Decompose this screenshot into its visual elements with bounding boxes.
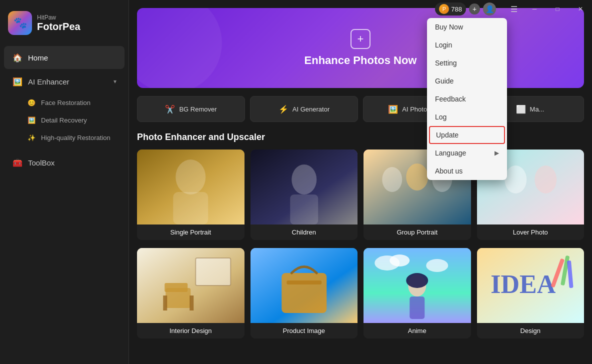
children-image	[250, 150, 358, 224]
sidebar-item-toolbox[interactable]: 🧰 ToolBox	[4, 151, 124, 174]
toolbox-icon: 🧰	[12, 157, 23, 168]
buy-now-label: Buy Now	[435, 23, 463, 31]
svg-text:IDEA: IDEA	[490, 270, 556, 298]
card-children[interactable]: Children	[250, 150, 358, 240]
menu-item-update[interactable]: Update	[429, 126, 505, 144]
svg-rect-18	[196, 258, 230, 286]
close-button[interactable]: ✕	[569, 0, 592, 18]
svg-rect-2	[173, 192, 208, 224]
language-label: Language	[435, 149, 466, 157]
logo-brand: HitPaw	[37, 14, 80, 21]
sidebar-item-high-quality[interactable]: ✨ High-quality Restoration	[4, 129, 124, 146]
main-content: + Enhance Photos Now ✂️ BG Remover ⚡ AI …	[129, 0, 592, 364]
card-interior-design[interactable]: Interior Design	[137, 248, 244, 338]
section-title: Photo Enhancer and Upscaler	[137, 132, 584, 142]
coin-icon: P	[439, 4, 449, 14]
sidebar-item-detail-recovery[interactable]: 🖼️ Detail Recovery	[4, 112, 124, 128]
face-restoration-label: Face Restoration	[41, 99, 90, 106]
login-label: Login	[435, 41, 452, 49]
maximize-icon: □	[556, 6, 559, 12]
sidebar-item-ai-enhancer[interactable]: 🖼️ AI Enhancer ▾	[4, 70, 124, 93]
detail-recovery-icon: 🖼️	[27, 116, 36, 124]
magic-icon: ⬜	[516, 104, 526, 114]
sidebar-item-face-restoration[interactable]: 😊 Face Restoration	[4, 94, 124, 111]
logo-area: 🐾 HitPaw FotorPea	[0, 5, 128, 45]
update-label: Update	[436, 131, 458, 139]
single-portrait-label: Single Portrait	[137, 224, 244, 240]
menu-item-guide[interactable]: Guide	[427, 72, 507, 90]
sidebar: 🐾 HitPaw FotorPea 🏠 Home 🖼️ AI Enhancer …	[0, 0, 129, 364]
bg-remover-button[interactable]: ✂️ BG Remover	[137, 96, 245, 122]
ai-generator-icon: ⚡	[278, 104, 288, 114]
magic-label: Ma...	[530, 106, 544, 113]
lover-photo-label: Lover Photo	[477, 224, 584, 240]
svg-point-24	[390, 254, 410, 266]
sidebar-item-home[interactable]: 🏠 Home	[4, 46, 124, 69]
ai-enhancer-icon: 🖼️	[12, 76, 23, 87]
hamburger-icon: ☰	[510, 4, 518, 14]
bg-remover-icon: ✂️	[165, 104, 175, 114]
close-icon: ✕	[578, 6, 583, 12]
hero-banner[interactable]: + Enhance Photos Now	[137, 8, 584, 88]
product-image-label: Product Image	[250, 323, 358, 338]
svg-point-1	[176, 160, 206, 194]
hero-title: Enhance Photos Now	[304, 54, 417, 67]
sidebar-item-ai-enhancer-label: AI Enhancer	[28, 78, 70, 86]
about-us-label: About us	[435, 167, 462, 175]
home-icon: 🏠	[12, 52, 23, 63]
group-portrait-label: Group Portrait	[364, 224, 471, 240]
high-quality-icon: ✨	[27, 133, 36, 142]
ai-photo-editor-icon: 🖼️	[388, 104, 398, 114]
toolbox-label: ToolBox	[28, 158, 54, 167]
menu-item-feedback[interactable]: Feedback	[427, 90, 507, 108]
avatar[interactable]: 👤	[483, 2, 496, 16]
menu-item-setting[interactable]: Setting	[427, 54, 507, 72]
ai-generator-button[interactable]: ⚡ AI Generator	[250, 96, 358, 122]
minimize-button[interactable]: ─	[523, 0, 546, 18]
menu-item-language[interactable]: Language ▶	[427, 144, 507, 162]
anime-label: Anime	[364, 323, 471, 338]
setting-label: Setting	[435, 59, 457, 67]
svg-rect-17	[164, 283, 188, 292]
card-anime[interactable]: Anime	[364, 248, 471, 338]
image-grid-row2: Interior Design	[137, 248, 584, 338]
plus-icon: +	[358, 32, 364, 46]
svg-point-8	[406, 164, 428, 190]
svg-rect-21	[286, 280, 322, 284]
svg-point-7	[382, 167, 402, 192]
bg-remover-label: BG Remover	[179, 106, 216, 113]
card-product-image[interactable]: Product Image	[250, 248, 358, 338]
menu-item-log[interactable]: Log	[427, 108, 507, 126]
logo-text: HitPaw FotorPea	[37, 14, 80, 32]
svg-point-12	[534, 166, 556, 194]
svg-rect-5	[290, 194, 318, 224]
log-label: Log	[435, 113, 446, 121]
chevron-down-icon: ▾	[114, 78, 116, 85]
add-coins-button[interactable]: +	[469, 4, 480, 14]
svg-point-28	[406, 273, 428, 288]
menu-item-buy-now[interactable]: Buy Now	[427, 18, 507, 36]
coin-count: 788	[451, 6, 462, 13]
add-photo-button[interactable]: +	[350, 29, 370, 49]
menu-item-login[interactable]: Login	[427, 36, 507, 54]
single-portrait-image	[137, 150, 244, 224]
card-design[interactable]: IDEA Design	[477, 248, 584, 338]
logo-name: FotorPea	[37, 21, 80, 32]
card-single-portrait[interactable]: Single Portrait	[137, 150, 244, 240]
sidebar-item-home-label: Home	[28, 54, 48, 62]
svg-point-4	[292, 164, 316, 194]
interior-design-image	[137, 248, 244, 323]
interior-design-label: Interior Design	[137, 323, 244, 338]
menu-button[interactable]: ☰	[505, 0, 523, 18]
maximize-button[interactable]: □	[546, 0, 569, 18]
high-quality-label: High-quality Restoration	[41, 134, 110, 142]
svg-point-11	[504, 166, 526, 194]
tool-row: ✂️ BG Remover ⚡ AI Generator 🖼️ AI Photo…	[137, 96, 584, 122]
minimize-icon: ─	[532, 6, 537, 12]
dropdown-menu: Buy Now Login Setting Guide Feedback Log…	[427, 18, 507, 180]
design-image: IDEA	[477, 248, 584, 323]
ai-generator-label: AI Generator	[292, 106, 330, 113]
language-arrow-icon: ▶	[494, 150, 499, 156]
menu-item-about-us[interactable]: About us	[427, 162, 507, 180]
svg-rect-20	[282, 273, 326, 313]
